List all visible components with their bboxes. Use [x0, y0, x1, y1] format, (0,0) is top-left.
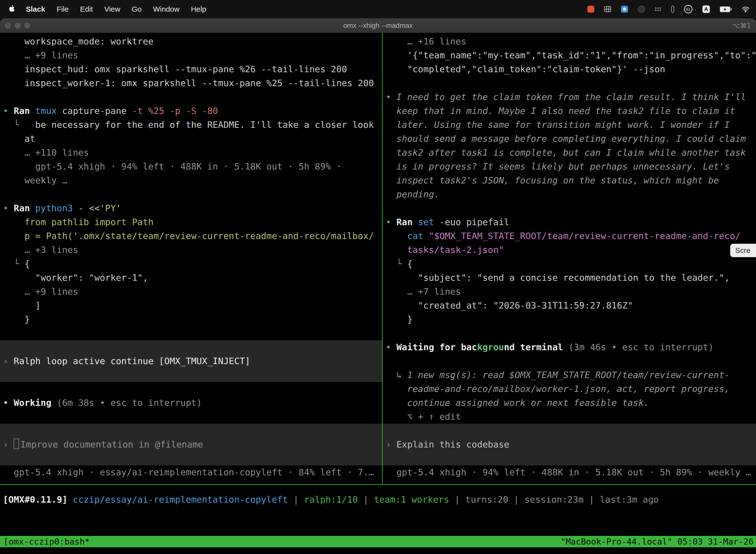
- tmux-host-time: "MacBook-Pro-44.local" 05:03 31-Mar-26: [561, 535, 754, 549]
- traffic-lights: ×: [5, 22, 30, 29]
- minimize-button[interactable]: [15, 22, 20, 29]
- terminal-line: ⌥ + ↑ edit: [383, 410, 756, 424]
- terminal-line: [383, 201, 756, 215]
- grid-icon[interactable]: [604, 6, 611, 12]
- terminal-line: inspect task2's JSON, focusing on the st…: [383, 173, 756, 187]
- terminal-line: '{"team_name":"my-team","task_id":"1","f…: [383, 48, 756, 62]
- terminal-line: • Working (6m 38s • esc to interrupt): [0, 396, 382, 410]
- tmux-session-info: [omx-cczip0:bash*: [3, 535, 90, 549]
- window-title: omx --xhigh --madmax: [0, 21, 756, 30]
- terminal-line: }: [383, 313, 756, 326]
- terminal-line: [383, 354, 756, 368]
- terminal-pane-left[interactable]: workspace_mode: worktree … +9 lines insp…: [0, 33, 382, 484]
- menu-file[interactable]: File: [57, 5, 68, 13]
- terminal-line: keep that in mind. Maybe I also need the…: [383, 104, 756, 118]
- dark-app-icon[interactable]: [638, 6, 645, 13]
- close-button[interactable]: ×: [5, 22, 11, 29]
- terminal-line: gpt-5.4 xhigh · 94% left · 488K in · 5.1…: [383, 465, 756, 479]
- blue-app-icon[interactable]: [621, 6, 628, 13]
- terminal-line: • Ran python3 - <<'PY': [0, 201, 382, 215]
- window-shortcut-hint: ⌥⌘1: [733, 22, 756, 30]
- terminal-line: [0, 187, 382, 201]
- terminal-line: [0, 382, 382, 396]
- input-source-label: A: [704, 6, 708, 12]
- terminal-line: pending.: [383, 187, 756, 201]
- terminal-line: "completed","claim_token":"claim-token"}…: [383, 62, 756, 76]
- composer-input[interactable]: › Explain this codebase: [383, 438, 756, 451]
- battery-gauge-value: 61: [686, 7, 691, 11]
- terminal-line: workspace_mode: worktree: [0, 35, 382, 48]
- terminal-line: cat "$OMX_TEAM_STATE_ROOT/team/review-cu…: [383, 229, 756, 243]
- dots-grid-icon[interactable]: [655, 7, 661, 11]
- terminal-line: }: [0, 313, 382, 326]
- terminal-line: … +7 lines: [383, 285, 756, 298]
- terminal-line: gpt-5.4 xhigh · 94% left · 488K in · 5.1…: [0, 160, 382, 173]
- terminal-line: • I need to get the claim token from the…: [383, 90, 756, 104]
- wifi-icon[interactable]: [742, 6, 750, 12]
- terminal-line: p = Path('.omx/state/team/review-current…: [0, 229, 382, 243]
- terminal-line: … +3 lines: [0, 243, 382, 257]
- menu-edit[interactable]: Edit: [80, 5, 93, 13]
- menu-window[interactable]: Window: [153, 5, 180, 13]
- terminal-line: "created_at": "2026-03-31T11:59:27.816Z": [383, 298, 756, 313]
- terminal-line: [0, 368, 382, 382]
- slim-app-icon[interactable]: [671, 6, 674, 13]
- terminal-line: └ {: [0, 257, 382, 271]
- menu-go[interactable]: Go: [132, 5, 142, 13]
- terminal-line: is in progress? It seems likely but perh…: [383, 160, 756, 173]
- terminal-line: └ {: [383, 257, 756, 271]
- terminal-line: [383, 451, 756, 465]
- composer-input[interactable]: › Improve documentation in @filename: [0, 438, 382, 451]
- terminal-line: "worker": "worker-1",: [0, 271, 382, 285]
- terminal-line: tasks/task-2.json": [383, 243, 756, 257]
- terminal-line: └ be necessary for the end of the README…: [0, 118, 382, 132]
- terminal-window: × omx --xhigh --madmax ⌥⌘1 workspace_mod…: [0, 18, 756, 554]
- terminal-line: should send a message before completing …: [383, 132, 756, 146]
- terminal-line: gpt-5.4 xhigh · essay/ai-reimplementatio…: [0, 465, 382, 479]
- battery-icon[interactable]: [720, 6, 732, 12]
- terminal-line: [0, 90, 382, 104]
- battery-gauge-icon[interactable]: 61: [684, 5, 693, 13]
- zoom-button[interactable]: [24, 22, 30, 29]
- terminal-pane-right[interactable]: … +16 lines '{"team_name":"my-team","tas…: [383, 33, 756, 484]
- terminal-line: "subject": "send a concise recommendatio…: [383, 271, 756, 285]
- terminal-line: … +16 lines: [383, 35, 756, 48]
- omx-status-line: [OMX#0.11.9] cczip/essay/ai-reimplementa…: [0, 493, 756, 507]
- screen-recording-indicator-icon[interactable]: [587, 6, 594, 13]
- terminal-content: workspace_mode: worktree … +9 lines insp…: [0, 33, 756, 554]
- terminal-line: … +9 lines: [0, 48, 382, 62]
- terminal-line: [0, 451, 382, 465]
- terminal-line: … +9 lines: [0, 285, 382, 298]
- terminal-line: at: [0, 132, 382, 146]
- terminal-line: • Ran set -euo pipefail: [383, 215, 756, 229]
- terminal-line: [0, 326, 382, 340]
- tmux-status-bar: [omx-cczip0:bash* "MacBook-Pro-44.local"…: [0, 536, 756, 547]
- terminal-line: inspect_worker-1: omx sparkshell --tmux-…: [0, 76, 382, 90]
- terminal-line: … +110 lines: [0, 146, 382, 160]
- terminal-line: from pathlib import Path: [0, 215, 382, 229]
- terminal-line: weekly …: [0, 173, 382, 187]
- ralph-loop-prompt[interactable]: › Ralph loop active continue [OMX_TMUX_I…: [0, 354, 382, 368]
- screen-share-overlay[interactable]: Scre: [730, 244, 756, 257]
- block-cursor: [14, 439, 19, 449]
- terminal-line: • Waiting for background terminal (3m 46…: [383, 340, 756, 354]
- menu-help[interactable]: Help: [191, 5, 206, 13]
- menu-slack[interactable]: Slack: [26, 5, 45, 13]
- tmux-horizontal-divider[interactable]: [0, 484, 756, 485]
- terminal-line: readme-and-reco/mailbox/worker-1.json, a…: [383, 382, 756, 396]
- input-source-icon[interactable]: A: [702, 5, 710, 13]
- menu-view[interactable]: View: [104, 5, 120, 13]
- terminal-line: [0, 424, 382, 438]
- window-titlebar[interactable]: × omx --xhigh --madmax ⌥⌘1: [0, 18, 756, 33]
- apple-menu[interactable]: [9, 5, 15, 14]
- terminal-line: [383, 424, 756, 438]
- terminal-line: [0, 340, 382, 354]
- terminal-line: task2 after task1 is complete, but can I…: [383, 146, 756, 160]
- menu-bar: SlackFileEditViewGoWindowHelp 61 A: [0, 0, 756, 18]
- terminal-line: later. Using the same for transition mig…: [383, 118, 756, 132]
- terminal-line: [383, 326, 756, 340]
- terminal-line: [0, 410, 382, 424]
- terminal-line: [383, 76, 756, 90]
- terminal-line: • Ran tmux capture-pane -t %25 -p -S -80: [0, 104, 382, 118]
- terminal-line: ]: [0, 298, 382, 313]
